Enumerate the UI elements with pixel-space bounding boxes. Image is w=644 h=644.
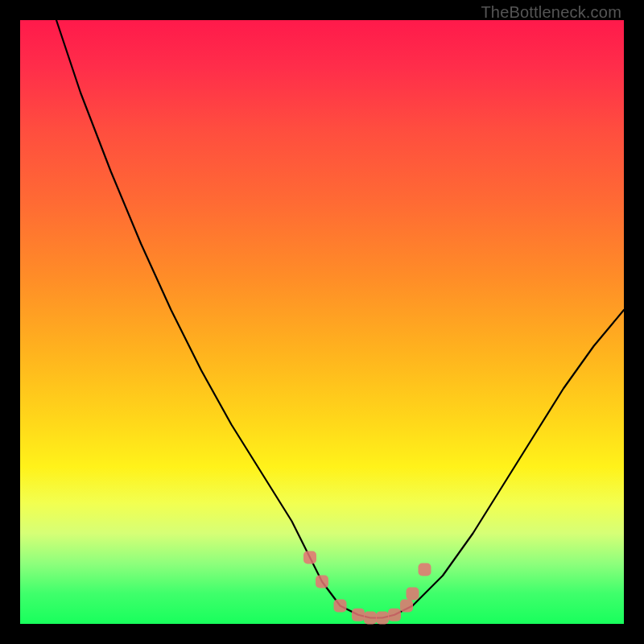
marker-point (419, 564, 431, 576)
watermark-text: TheBottleneck.com (481, 3, 621, 22)
marker-point (316, 576, 328, 588)
marker-point (303, 551, 316, 564)
marker-point (400, 600, 413, 613)
marker-point (376, 612, 389, 625)
curve-layer (20, 20, 624, 624)
chart-frame: TheBottleneck.com (0, 0, 644, 644)
marker-point (334, 600, 347, 613)
marker-point (388, 609, 401, 621)
marker-point (352, 609, 365, 621)
bottleneck-curve (56, 20, 624, 618)
marker-point (407, 588, 419, 601)
marker-point (364, 612, 377, 625)
plot-area (20, 20, 624, 624)
highlight-markers (303, 551, 431, 625)
